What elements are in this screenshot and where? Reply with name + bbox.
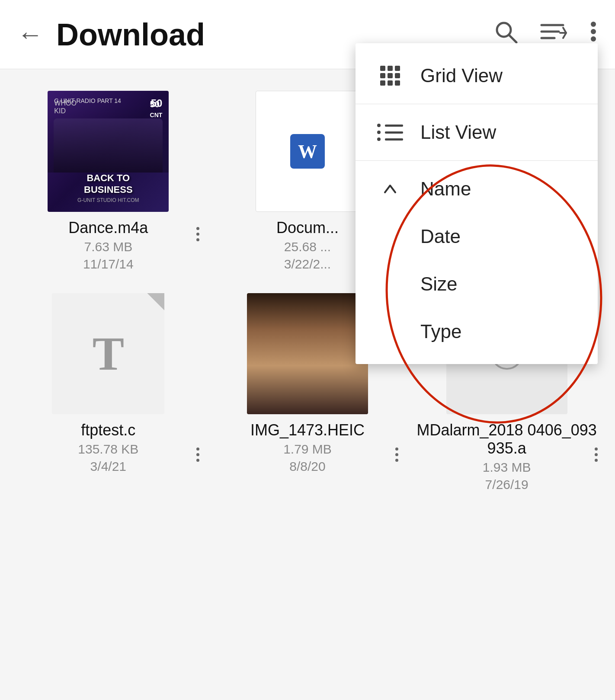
file-name: Docum... [276, 219, 339, 237]
file-more-button[interactable] [391, 443, 403, 466]
file-date: 8/8/20 [289, 459, 325, 474]
sort-name-option[interactable]: Name [356, 165, 598, 213]
dropdown-menu: Grid View List View Name Date Size [356, 43, 598, 364]
sort-date-label: Date [420, 226, 461, 247]
svg-point-8 [591, 36, 596, 42]
divider [356, 160, 598, 161]
sort-name-label: Name [420, 178, 471, 200]
file-thumbnail: G UNIT RADIO PART 14 50 WHOOKID 50CNT BA… [48, 91, 169, 212]
file-size: 135.78 KB [78, 442, 138, 457]
sort-type-label: Type [420, 321, 461, 342]
file-date: 11/17/14 [83, 257, 134, 272]
file-date: 3/4/21 [90, 459, 126, 474]
sort-date-option[interactable]: Date [356, 213, 598, 260]
file-thumbnail: T [52, 293, 164, 414]
file-name: MDalarm_2018 0406_093935.a [416, 421, 598, 457]
file-name: ftptest.c [81, 421, 135, 439]
file-more-button[interactable] [192, 443, 204, 466]
file-more-button[interactable] [192, 223, 204, 246]
list-view-label: List View [420, 121, 496, 143]
file-item[interactable]: T ftptest.c 135.78 KB 3/4/21 [9, 280, 208, 501]
svg-point-7 [591, 29, 596, 34]
svg-point-6 [591, 22, 596, 27]
sort-type-option[interactable]: Type [356, 308, 598, 355]
divider [356, 104, 598, 104]
back-button[interactable]: ← [17, 22, 43, 48]
svg-line-1 [509, 35, 516, 42]
file-name: IMG_1473.HEIC [250, 421, 365, 439]
file-size: 1.79 MB [283, 442, 332, 457]
file-size: 7.63 MB [84, 240, 132, 254]
sort-name-icon [377, 180, 403, 198]
sort-size-option[interactable]: Size [356, 260, 598, 308]
grid-view-option[interactable]: Grid View [356, 52, 598, 99]
file-name: Dance.m4a [68, 219, 148, 237]
file-type-letter: T [93, 326, 124, 381]
file-size: 25.68 ... [284, 240, 331, 254]
list-view-icon [377, 124, 403, 141]
file-size: 1.93 MB [483, 460, 531, 475]
word-icon: W [290, 134, 325, 169]
grid-view-icon [377, 66, 403, 86]
grid-view-label: Grid View [420, 65, 503, 86]
list-view-option[interactable]: List View [356, 109, 598, 156]
file-thumbnail: W [256, 91, 359, 212]
file-date: 7/26/19 [485, 477, 529, 492]
file-thumbnail [247, 293, 368, 414]
file-item[interactable]: G UNIT RADIO PART 14 50 WHOOKID 50CNT BA… [9, 78, 208, 280]
sort-size-label: Size [420, 273, 458, 295]
file-date: 3/22/2... [284, 257, 331, 272]
file-more-button[interactable] [590, 443, 602, 466]
